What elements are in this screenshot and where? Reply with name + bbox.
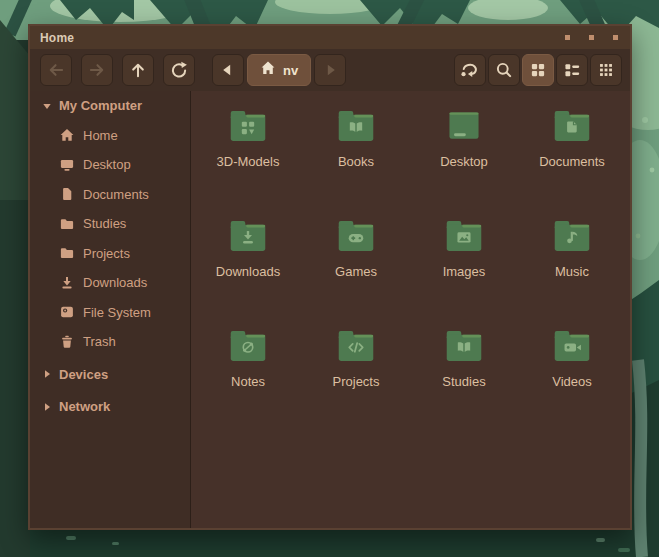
view-button-group <box>454 54 622 86</box>
file-item-label: Downloads <box>216 264 280 279</box>
file-item-desktop[interactable]: Desktop <box>410 108 518 218</box>
sidebar-item-trash[interactable]: Trash <box>30 327 190 357</box>
folder-code-icon <box>336 329 376 368</box>
grid-view-button[interactable] <box>522 54 554 86</box>
up-button[interactable] <box>122 54 154 86</box>
compact-grid-icon <box>592 56 620 84</box>
breadcrumb: nv <box>212 54 346 86</box>
sidebar-item-documents[interactable]: Documents <box>30 180 190 210</box>
sidebar-item-downloads[interactable]: Downloads <box>30 268 190 298</box>
trash-icon <box>60 335 74 349</box>
file-item-downloads[interactable]: Downloads <box>194 218 302 328</box>
file-item-label: Notes <box>231 374 265 389</box>
sidebar-item-label: File System <box>83 305 151 320</box>
file-item-label: Images <box>443 264 486 279</box>
folder-video-icon <box>552 329 592 368</box>
home-icon <box>60 128 74 142</box>
list-icon <box>558 56 586 84</box>
document-icon <box>60 187 74 201</box>
window-controls <box>565 35 620 40</box>
file-item-videos[interactable]: Videos <box>518 328 626 438</box>
sidebar-section-my-computer[interactable]: My Computer <box>30 91 190 121</box>
folder-3d-models-icon <box>228 109 268 148</box>
file-item-books[interactable]: Books <box>302 108 410 218</box>
forward-button[interactable] <box>81 54 113 86</box>
toolbar: nv <box>30 49 630 91</box>
search-button[interactable] <box>488 54 520 86</box>
folder-book-icon <box>336 109 376 148</box>
file-grid: 3D-ModelsBooksDesktopDocumentsDownloadsG… <box>194 108 630 438</box>
sidebar-item-studies[interactable]: Studies <box>30 209 190 239</box>
folder-book-icon <box>444 329 484 368</box>
sidebar-item-desktop[interactable]: Desktop <box>30 150 190 180</box>
grid-icon <box>524 56 552 84</box>
sidebar-item-file-system[interactable]: File System <box>30 298 190 328</box>
list-view-button[interactable] <box>556 54 588 86</box>
file-item-documents[interactable]: Documents <box>518 108 626 218</box>
file-item-games[interactable]: Games <box>302 218 410 328</box>
folder-images-icon <box>444 219 484 258</box>
maximize-button[interactable] <box>589 35 594 40</box>
triangle-left-icon <box>214 56 242 84</box>
breadcrumb-prev-button[interactable] <box>212 54 244 86</box>
folder-games-icon <box>336 219 376 258</box>
file-manager-window: Home <box>28 24 632 530</box>
sidebar-item-projects[interactable]: Projects <box>30 239 190 269</box>
file-item-music[interactable]: Music <box>518 218 626 328</box>
download-icon <box>60 276 74 290</box>
file-item-label: Videos <box>552 374 592 389</box>
file-item-notes[interactable]: Notes <box>194 328 302 438</box>
folder-icon <box>60 217 74 231</box>
home-icon <box>260 60 276 80</box>
minimize-button[interactable] <box>565 35 570 40</box>
sidebar-section-devices[interactable]: Devices <box>30 360 190 390</box>
chevron-right-icon <box>42 369 52 379</box>
jump-arrow-icon <box>456 56 484 84</box>
file-item-label: Music <box>555 264 589 279</box>
arrow-up-icon <box>124 56 152 84</box>
chevron-down-icon <box>42 101 52 111</box>
sidebar-item-label: Trash <box>83 334 116 349</box>
arrow-left-icon <box>42 56 70 84</box>
file-item-label: 3D-Models <box>217 154 280 169</box>
sidebar-item-label: Studies <box>83 216 126 231</box>
desktop-screen-icon <box>444 109 484 148</box>
window-body: My ComputerHomeDesktopDocumentsStudiesPr… <box>30 91 630 528</box>
folder-download-icon <box>228 219 268 258</box>
file-item-label: Projects <box>333 374 380 389</box>
file-item-label: Games <box>335 264 377 279</box>
file-item-label: Documents <box>539 154 605 169</box>
sidebar-item-label: Home <box>83 128 118 143</box>
compact-view-button[interactable] <box>590 54 622 86</box>
triangle-right-icon <box>316 56 344 84</box>
sidebar-item-home[interactable]: Home <box>30 121 190 151</box>
toggle-location-button[interactable] <box>454 54 486 86</box>
search-icon <box>490 56 518 84</box>
window-title: Home <box>40 31 74 45</box>
file-item-studies[interactable]: Studies <box>410 328 518 438</box>
folder-icon <box>60 246 74 260</box>
sidebar: My ComputerHomeDesktopDocumentsStudiesPr… <box>30 91 190 528</box>
folder-notes-icon <box>228 329 268 368</box>
breadcrumb-path-home[interactable]: nv <box>247 54 311 86</box>
drive-icon <box>60 305 74 319</box>
nav-button-group <box>40 54 195 86</box>
window-titlebar[interactable]: Home <box>30 26 630 49</box>
refresh-icon <box>165 56 193 84</box>
file-item-label: Desktop <box>440 154 488 169</box>
folder-document-icon <box>552 109 592 148</box>
folder-music-icon <box>552 219 592 258</box>
close-button[interactable] <box>613 35 618 40</box>
refresh-button[interactable] <box>163 54 195 86</box>
file-item-label: Books <box>338 154 374 169</box>
file-item-projects[interactable]: Projects <box>302 328 410 438</box>
file-view: 3D-ModelsBooksDesktopDocumentsDownloadsG… <box>191 91 630 528</box>
sidebar-item-label: Desktop <box>83 157 131 172</box>
sidebar-section-network[interactable]: Network <box>30 392 190 422</box>
desktop-icon <box>60 158 74 172</box>
breadcrumb-next-button[interactable] <box>314 54 346 86</box>
back-button[interactable] <box>40 54 72 86</box>
sidebar-section-label: Network <box>59 399 110 414</box>
file-item-images[interactable]: Images <box>410 218 518 328</box>
file-item-3d-models[interactable]: 3D-Models <box>194 108 302 218</box>
